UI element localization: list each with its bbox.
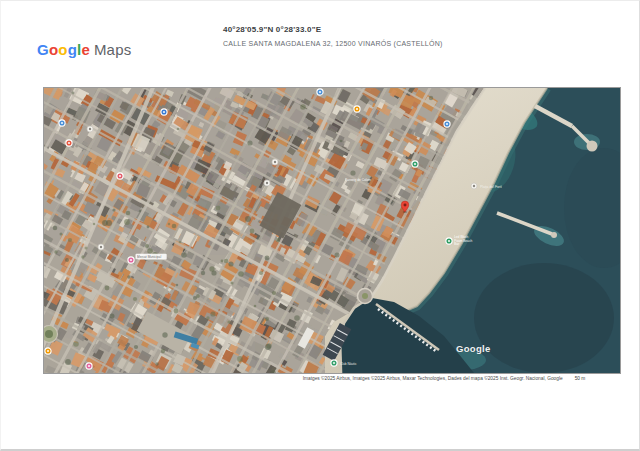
google-watermark: Google: [456, 343, 491, 354]
map-attribution-row: Imatges ©2025 Airbus, Imatges ©2025 Airb…: [43, 376, 620, 385]
street-label: Passeig de Colom: [345, 178, 371, 182]
attribution-text: Imatges ©2025 Airbus, Imatges ©2025 Airb…: [303, 376, 563, 381]
google-logo-letter: g: [68, 41, 77, 58]
poi-marker-blue: [161, 109, 167, 115]
google-logo-letter: o: [49, 41, 58, 58]
poi-marker-white: [264, 180, 270, 186]
location-header: 40°28'05.9"N 0°28'33.0"E CALLE SANTA MAG…: [223, 25, 443, 47]
poi-marker-white: [87, 126, 93, 132]
poi-marker-pink: [128, 257, 134, 263]
poi-marker-red: [117, 173, 123, 179]
address-text: CALLE SANTA MAGDALENA 32, 12500 VINARÓS …: [223, 40, 443, 47]
satellite-map: Platja del FortíLed WashPoam BeachBarMer…: [43, 87, 621, 374]
port-label: Club Nàutic: [340, 362, 357, 366]
poi-marker-blue: [317, 89, 323, 95]
google-logo-maps: Maps: [94, 41, 131, 58]
poi-marker-green: [446, 238, 452, 244]
google-logo-letter: e: [81, 41, 90, 58]
poi-marker-green: [412, 161, 418, 167]
coordinates-text: 40°28'05.9"N 0°28'33.0"E: [223, 25, 443, 34]
google-logo-letter: G: [37, 41, 49, 58]
google-logo-wordmark: Google: [37, 41, 90, 58]
poi-marker-green: [331, 360, 337, 366]
poi-marker-pink: [86, 363, 92, 369]
poi-label: Mercat Municipal: [137, 255, 161, 259]
poi-marker-white: [98, 244, 104, 250]
poi-marker-white: [471, 183, 477, 189]
beach-label: Platja del Fortí: [480, 185, 502, 189]
scanned-map-document: GoogleMaps 40°28'05.9"N 0°28'33.0"E CALL…: [0, 0, 640, 451]
poi-marker-orange: [354, 106, 360, 112]
poi-marker-white: [272, 159, 278, 165]
google-maps-logo: GoogleMaps: [37, 42, 131, 58]
scale-label: 50 m: [575, 376, 586, 381]
satellite-image: Platja del FortíLed WashPoam BeachBarMer…: [44, 88, 620, 373]
poi-marker-orange: [45, 348, 51, 354]
google-logo-letter: o: [58, 41, 67, 58]
poi-marker-red: [66, 140, 72, 146]
poi-marker-blue: [59, 120, 65, 126]
poi-marker-blue: [444, 121, 450, 127]
